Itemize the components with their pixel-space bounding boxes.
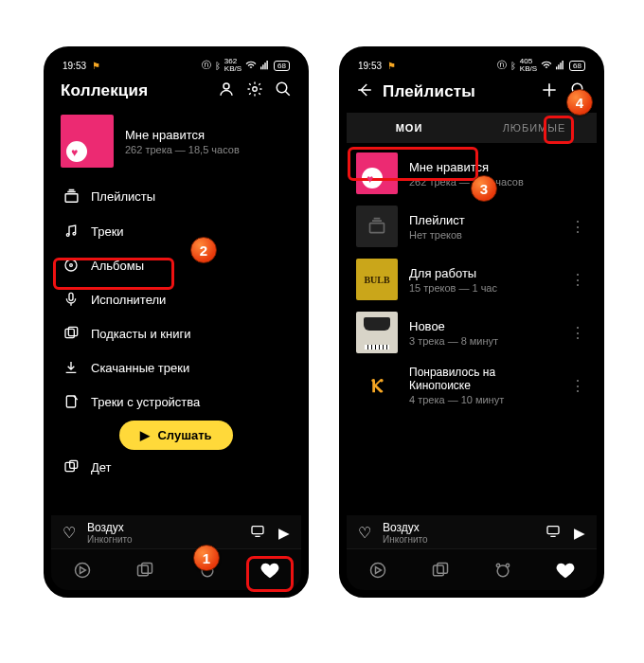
menu-tracks[interactable]: Треки xyxy=(51,214,301,248)
np-artist: Инкогнито xyxy=(383,534,428,545)
menu-label: Подкасты и книги xyxy=(91,327,191,341)
nfc-icon: ⓝ xyxy=(202,59,211,72)
svg-point-11 xyxy=(70,264,73,267)
phone-left: 19:53 ⚑ ⓝ ᛒ 362KB/S 68 Коллекция xyxy=(44,46,309,598)
more-icon[interactable]: ⋮ xyxy=(570,271,587,289)
collection-menu: Плейлисты Треки Альбомы Исполнители Подк… xyxy=(51,175,301,484)
callout-2: 2 xyxy=(190,237,217,263)
phone-right: 19:53 ⚑ ⓝ ᛒ 405KB/S 68 Плейлисты xyxy=(339,46,604,598)
playlist-row[interactable]: Ⲕ Понравилось на Кинопоиске 4 трека—10 м… xyxy=(347,359,597,412)
menu-label: Плейлисты xyxy=(91,189,155,204)
svg-point-37 xyxy=(506,564,509,566)
svg-point-19 xyxy=(76,563,90,577)
tab-home[interactable] xyxy=(70,558,95,582)
add-icon[interactable] xyxy=(540,81,559,103)
tab-collection[interactable] xyxy=(258,558,282,582)
listen-button[interactable]: ▶ Слушать xyxy=(119,421,232,450)
row-sub: 4 трека—10 минут xyxy=(409,394,559,405)
menu-albums[interactable]: Альбомы xyxy=(51,248,301,282)
download-icon xyxy=(63,360,80,375)
cast-icon[interactable] xyxy=(250,524,265,543)
svg-rect-27 xyxy=(560,63,561,69)
back-icon[interactable] xyxy=(356,81,373,102)
row-title: Мне нравится xyxy=(409,160,524,174)
signal-icon xyxy=(260,61,270,70)
menu-label: Скачанные треки xyxy=(91,361,189,375)
row-sub: Нет треков xyxy=(409,229,465,241)
svg-rect-0 xyxy=(260,66,261,69)
svg-rect-21 xyxy=(142,563,152,573)
cover-bulb: BULB xyxy=(356,259,398,300)
svg-rect-20 xyxy=(138,565,149,576)
np-title: Воздух xyxy=(87,521,133,534)
menu-podcasts[interactable]: Подкасты и книги xyxy=(51,316,301,350)
device-icon xyxy=(63,394,80,409)
status-notif-icon: ⚑ xyxy=(92,61,100,71)
kids-icon xyxy=(63,459,80,475)
menu-playlists[interactable]: Плейлисты xyxy=(51,179,301,214)
tab-podcasts[interactable] xyxy=(133,558,157,582)
playlist-row[interactable]: Плейлист Нет треков ⋮ xyxy=(347,200,597,253)
play-icon[interactable]: ▶ xyxy=(574,525,585,542)
svg-rect-31 xyxy=(547,526,559,533)
menu-device-tracks[interactable]: Треки с устройства xyxy=(51,385,301,419)
listen-label: Слушать xyxy=(157,428,211,442)
battery-icon: 68 xyxy=(274,61,290,71)
tab-podcasts[interactable] xyxy=(428,558,453,582)
svg-rect-33 xyxy=(434,565,444,576)
menu-label: Треки xyxy=(91,224,124,239)
playlist-row[interactable]: BULB Для работы 15 треков—1 час ⋮ xyxy=(347,253,597,306)
more-icon[interactable]: ⋮ xyxy=(570,377,587,395)
albums-icon xyxy=(63,258,80,273)
liked-sub: 262 трека—18,5 часов xyxy=(125,144,240,155)
liked-title: Мне нравится xyxy=(125,128,240,142)
battery-icon: 68 xyxy=(569,61,585,71)
svg-rect-7 xyxy=(65,194,78,203)
search-icon[interactable] xyxy=(275,81,292,101)
settings-icon[interactable] xyxy=(246,81,263,101)
now-playing-bar[interactable]: ♡ Воздух Инкогнито ▶ xyxy=(51,515,301,550)
heart-icon[interactable]: ♡ xyxy=(63,524,78,542)
menu-artists[interactable]: Исполнители xyxy=(51,282,301,316)
row-title: Новое xyxy=(409,319,498,333)
play-icon[interactable]: ▶ xyxy=(278,525,290,542)
cast-icon[interactable] xyxy=(546,524,561,543)
playlists-header: Плейлисты xyxy=(347,75,597,113)
cover-piano xyxy=(356,312,398,353)
cover-liked xyxy=(356,152,398,194)
tab-collection[interactable] xyxy=(553,558,578,582)
status-time: 19:53 xyxy=(358,61,382,71)
menu-kids[interactable]: Дет xyxy=(51,456,301,484)
tab-kids[interactable] xyxy=(491,558,515,582)
np-title: Воздух xyxy=(383,521,428,534)
svg-point-4 xyxy=(224,83,229,89)
more-icon[interactable]: ⋮ xyxy=(570,324,587,342)
svg-point-36 xyxy=(496,564,499,566)
row-sub: 15 треков—1 час xyxy=(409,282,497,294)
bt-icon: ᛒ xyxy=(510,61,516,71)
cover-kinopoisk: Ⲕ xyxy=(356,365,398,406)
status-bar: 19:53 ⚑ ⓝ ᛒ 362KB/S 68 xyxy=(51,54,301,75)
nfc-icon: ⓝ xyxy=(497,59,507,72)
tracks-icon xyxy=(63,224,80,239)
menu-downloaded[interactable]: Скачанные треки xyxy=(51,350,301,385)
tab-bar xyxy=(347,548,597,590)
now-playing-bar[interactable]: ♡ Воздух Инкогнито ▶ xyxy=(347,515,597,550)
playlist-row[interactable]: Новое 3 трека—8 минут ⋮ xyxy=(347,306,597,359)
svg-rect-12 xyxy=(69,293,73,300)
page-title: Коллекция xyxy=(61,81,148,100)
collection-header: Коллекция xyxy=(51,75,301,111)
more-icon[interactable]: ⋮ xyxy=(570,218,587,236)
svg-point-6 xyxy=(277,82,287,93)
svg-point-10 xyxy=(65,260,77,271)
profile-icon[interactable] xyxy=(218,81,235,101)
seg-favorites[interactable]: ЛЮБИМЫЕ xyxy=(472,113,597,143)
seg-my[interactable]: МОИ xyxy=(347,113,472,143)
svg-rect-3 xyxy=(267,61,268,69)
play-icon: ▶ xyxy=(140,428,150,442)
heart-icon[interactable]: ♡ xyxy=(358,524,373,542)
tab-home[interactable] xyxy=(366,558,390,582)
segmented-control: МОИ ЛЮБИМЫЕ xyxy=(347,113,597,143)
liked-playlist-row[interactable]: Мне нравится 262 трека—18,5 часов xyxy=(51,111,301,175)
bt-icon: ᛒ xyxy=(215,61,221,71)
